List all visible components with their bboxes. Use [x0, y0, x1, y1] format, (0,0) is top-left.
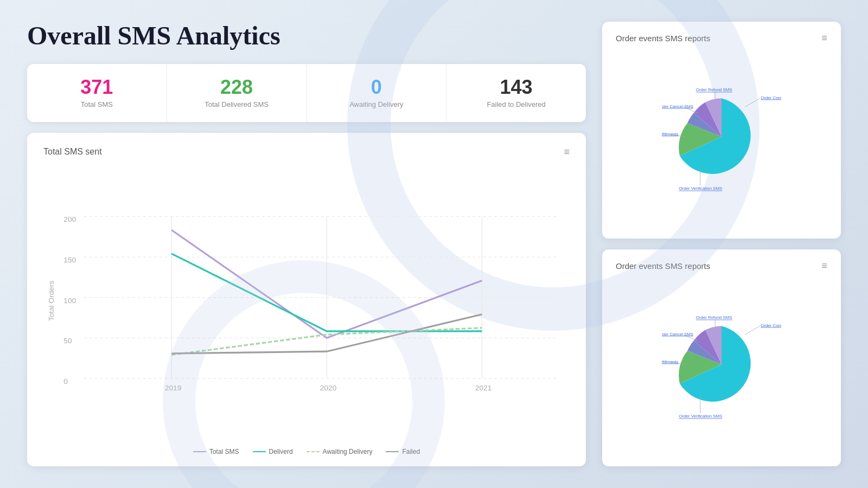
awaiting-value: 0	[371, 78, 382, 97]
svg-line-27	[745, 326, 760, 335]
stat-failed: 143 Failed to Delivered	[446, 64, 586, 122]
pie-title-1: Order events SMS reports	[616, 34, 710, 43]
total-delivered-value: 228	[220, 78, 253, 97]
svg-text:0: 0	[63, 377, 68, 386]
pie-header-2: Order events SMS reports ≡	[616, 260, 827, 272]
stats-card: 371 Total SMS 228 Total Delivered SMS 0 …	[27, 64, 586, 122]
svg-text:Order Cancel SMS: Order Cancel SMS	[662, 104, 693, 108]
svg-text:Order Confirmation SMS: Order Confirmation SMS	[761, 95, 781, 100]
svg-line-17	[745, 98, 760, 107]
pie-title-2: Order events SMS reports	[616, 261, 710, 271]
legend-total-sms: Total SMS	[193, 448, 239, 455]
stat-total-sms: 371 Total SMS	[27, 64, 167, 122]
legend-line-failed	[386, 451, 399, 452]
failed-label: Failed to Delivered	[487, 100, 545, 108]
pie-card-2: Order events SMS reports ≡ Order Confirm…	[602, 249, 841, 466]
svg-text:Order Confirmation SMS: Order Confirmation SMS	[761, 323, 781, 328]
svg-text:2020: 2020	[320, 384, 337, 392]
svg-text:Order Verification SMS: Order Verification SMS	[679, 186, 722, 191]
failed-value: 143	[500, 78, 533, 97]
pie-content-1: Order Confirmation SMS Order Refund SMS …	[616, 49, 827, 228]
chart-header: Total SMS sent ≡	[43, 146, 570, 158]
svg-text:Order Fulfillments: Order Fulfillments	[662, 359, 679, 364]
svg-text:Order Verification SMS: Order Verification SMS	[679, 414, 722, 419]
svg-text:Total Orders: Total Orders	[47, 280, 55, 321]
total-sms-label: Total SMS	[81, 100, 113, 108]
page-title: Overall SMS Analytics	[27, 22, 586, 50]
svg-text:Order Refund SMS: Order Refund SMS	[696, 87, 732, 92]
pie-content-2: Order Confirmation SMS Order Refund SMS …	[616, 277, 827, 455]
stat-total-delivered: 228 Total Delivered SMS	[167, 64, 307, 122]
svg-text:Order Fulfillments: Order Fulfillments	[662, 131, 679, 136]
pie-header-1: Order events SMS reports ≡	[616, 33, 827, 44]
svg-text:2019: 2019	[165, 384, 181, 392]
legend-line-total	[193, 451, 206, 452]
svg-text:200: 200	[63, 215, 76, 223]
svg-text:Order Refund SMS: Order Refund SMS	[696, 315, 732, 320]
legend-line-delivered	[253, 451, 266, 452]
pie-menu-icon-1[interactable]: ≡	[821, 33, 827, 44]
stat-awaiting: 0 Awaiting Delivery	[307, 64, 447, 122]
pie-card-1: Order events SMS reports ≡	[602, 22, 841, 239]
pie-svg-1: Order Confirmation SMS Order Refund SMS …	[662, 85, 781, 193]
svg-text:50: 50	[63, 337, 72, 345]
line-chart-card: Total SMS sent ≡ 200 150 100 50 0	[27, 133, 586, 466]
legend-line-awaiting	[307, 451, 320, 452]
legend-failed: Failed	[386, 448, 420, 455]
total-delivered-label: Total Delivered SMS	[205, 100, 269, 108]
svg-text:2021: 2021	[475, 384, 492, 392]
pie-menu-icon-2[interactable]: ≡	[821, 260, 827, 272]
svg-text:Order Cancel SMS: Order Cancel SMS	[662, 331, 693, 336]
svg-text:150: 150	[63, 256, 76, 264]
awaiting-label: Awaiting Delivery	[349, 100, 403, 108]
chart-legend: Total SMS Deliverd Awaiting Delivery Fai…	[43, 448, 570, 455]
line-chart-area: 200 150 100 50 0 2019 2020 2021	[43, 166, 570, 442]
line-chart-title: Total SMS sent	[43, 147, 102, 157]
total-sms-value: 371	[80, 78, 113, 97]
line-chart-menu-icon[interactable]: ≡	[564, 146, 570, 158]
line-chart-svg: 200 150 100 50 0 2019 2020 2021	[43, 166, 570, 442]
legend-delivered: Deliverd	[253, 448, 293, 455]
pie-svg-2: Order Confirmation SMS Order Refund SMS …	[662, 312, 781, 421]
legend-awaiting: Awaiting Delivery	[307, 448, 373, 455]
svg-text:100: 100	[63, 296, 76, 304]
